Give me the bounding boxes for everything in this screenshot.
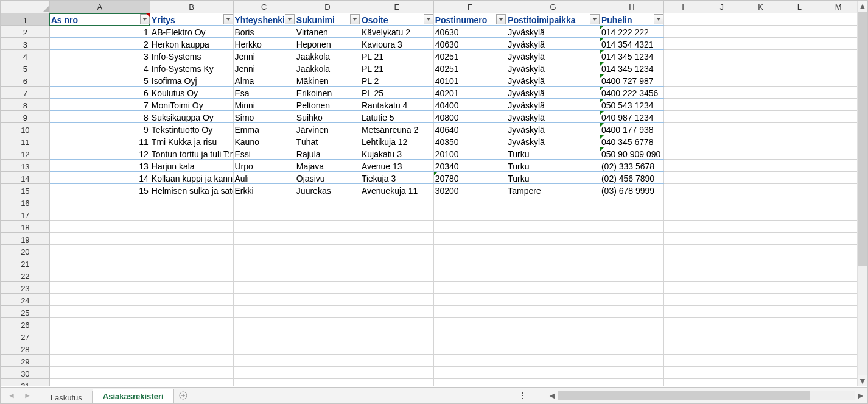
cell-B25[interactable]	[150, 306, 233, 318]
vertical-scroll-thumb[interactable]	[858, 12, 867, 266]
new-sheet-button[interactable]	[174, 388, 192, 403]
filter-button[interactable]	[424, 14, 433, 24]
tab-nav-prev[interactable]: ◄	[8, 391, 15, 400]
table-header-as-nro[interactable]: As nro	[49, 13, 150, 26]
cell-D2[interactable]: Virtanen	[295, 26, 360, 38]
cell-D6[interactable]: Mäkinen	[295, 74, 360, 87]
cell-E3[interactable]: Kavioura 3	[360, 38, 433, 50]
cell-C11[interactable]: Kauno	[233, 135, 295, 147]
cell-K9[interactable]	[741, 111, 780, 123]
cell-E21[interactable]	[360, 257, 433, 269]
cell-E22[interactable]	[360, 269, 433, 282]
cell-A2[interactable]: 1	[49, 26, 150, 38]
cell-C8[interactable]: Minni	[233, 99, 295, 111]
cell-H22[interactable]	[600, 269, 663, 282]
cell-A5[interactable]: 4	[49, 62, 150, 74]
row-header-8[interactable]: 8	[1, 99, 50, 111]
cell-M12[interactable]	[819, 147, 858, 160]
cell-I20[interactable]	[663, 245, 702, 257]
row-header-16[interactable]: 16	[1, 196, 50, 208]
cell-G23[interactable]	[506, 282, 600, 294]
cell-G6[interactable]: Jyväskylä	[506, 74, 600, 87]
cell-H26[interactable]	[600, 318, 663, 330]
cell-E19[interactable]	[360, 233, 433, 245]
cell-H8[interactable]: 050 543 1234	[600, 99, 663, 111]
cell-I11[interactable]	[663, 135, 702, 147]
row-header-29[interactable]: 29	[1, 355, 50, 367]
cell-C21[interactable]	[233, 257, 295, 269]
cell-F20[interactable]	[433, 245, 506, 257]
cell-B5[interactable]: Info-Systems Ky	[150, 62, 233, 74]
cell-L5[interactable]	[780, 62, 819, 74]
cell-E16[interactable]	[360, 196, 433, 208]
cell-H31[interactable]	[600, 379, 663, 387]
column-header-B[interactable]: B	[150, 1, 233, 13]
cell-J3[interactable]	[702, 38, 741, 50]
cell-G26[interactable]	[506, 318, 600, 330]
cell-G8[interactable]: Jyväskylä	[506, 99, 600, 111]
cell-B19[interactable]	[150, 233, 233, 245]
table-header-postinumero[interactable]: Postinumero	[433, 13, 506, 26]
cell-H30[interactable]	[600, 367, 663, 379]
cell-M5[interactable]	[819, 62, 858, 74]
cell-I17[interactable]	[663, 208, 702, 221]
cell-M27[interactable]	[819, 330, 858, 342]
cell-A16[interactable]	[49, 196, 150, 208]
cell-M10[interactable]	[819, 123, 858, 135]
cell-D7[interactable]: Erikoinen	[295, 87, 360, 99]
cell-L2[interactable]	[780, 26, 819, 38]
cell-K17[interactable]	[741, 208, 780, 221]
cell-C13[interactable]: Urpo	[233, 160, 295, 172]
cell-E14[interactable]: Tiekuja 3	[360, 172, 433, 184]
cell-C16[interactable]	[233, 196, 295, 208]
row-header-28[interactable]: 28	[1, 342, 50, 355]
cell-L27[interactable]	[780, 330, 819, 342]
cell-K21[interactable]	[741, 257, 780, 269]
cell-J31[interactable]	[702, 379, 741, 387]
cell-G18[interactable]	[506, 221, 600, 233]
row-header-26[interactable]: 26	[1, 318, 50, 330]
cell-C26[interactable]	[233, 318, 295, 330]
cell-E4[interactable]: PL 21	[360, 50, 433, 62]
cell-L23[interactable]	[780, 282, 819, 294]
cell-H24[interactable]	[600, 294, 663, 306]
cell-G10[interactable]: Jyväskylä	[506, 123, 600, 135]
cell-A3[interactable]: 2	[49, 38, 150, 50]
cell-F31[interactable]	[433, 379, 506, 387]
cell-K29[interactable]	[741, 355, 780, 367]
row-header-15[interactable]: 15	[1, 184, 50, 196]
cell-C20[interactable]	[233, 245, 295, 257]
cell-M18[interactable]	[819, 221, 858, 233]
cell-M16[interactable]	[819, 196, 858, 208]
row-header-22[interactable]: 22	[1, 269, 50, 282]
cell-A18[interactable]	[49, 221, 150, 233]
column-header-E[interactable]: E	[360, 1, 433, 13]
cell-K15[interactable]	[741, 184, 780, 196]
column-header-J[interactable]: J	[702, 1, 741, 13]
cell-F21[interactable]	[433, 257, 506, 269]
cell-K28[interactable]	[741, 342, 780, 355]
row-header-5[interactable]: 5	[1, 62, 50, 74]
cell-D24[interactable]	[295, 294, 360, 306]
cell-K25[interactable]	[741, 306, 780, 318]
vertical-scroll-track[interactable]	[858, 12, 867, 375]
cell-D5[interactable]: Jaakkola	[295, 62, 360, 74]
column-header-D[interactable]: D	[295, 1, 360, 13]
cell-E30[interactable]	[360, 367, 433, 379]
row-header-21[interactable]: 21	[1, 257, 50, 269]
filter-button[interactable]	[140, 14, 150, 24]
cell-C10[interactable]: Emma	[233, 123, 295, 135]
cell-F18[interactable]	[433, 221, 506, 233]
cell-F22[interactable]	[433, 269, 506, 282]
cell-B8[interactable]: MoniToimi Oy	[150, 99, 233, 111]
cell-J21[interactable]	[702, 257, 741, 269]
cell-C6[interactable]: Alma	[233, 74, 295, 87]
table-header-postitoimipaikka[interactable]: Postitoimipaikka	[506, 13, 600, 26]
cell-E13[interactable]: Avenue 13	[360, 160, 433, 172]
cell-F26[interactable]	[433, 318, 506, 330]
cell-D28[interactable]	[295, 342, 360, 355]
row-header-27[interactable]: 27	[1, 330, 50, 342]
cell-I7[interactable]	[663, 87, 702, 99]
cell-I3[interactable]	[663, 38, 702, 50]
cell-K14[interactable]	[741, 172, 780, 184]
